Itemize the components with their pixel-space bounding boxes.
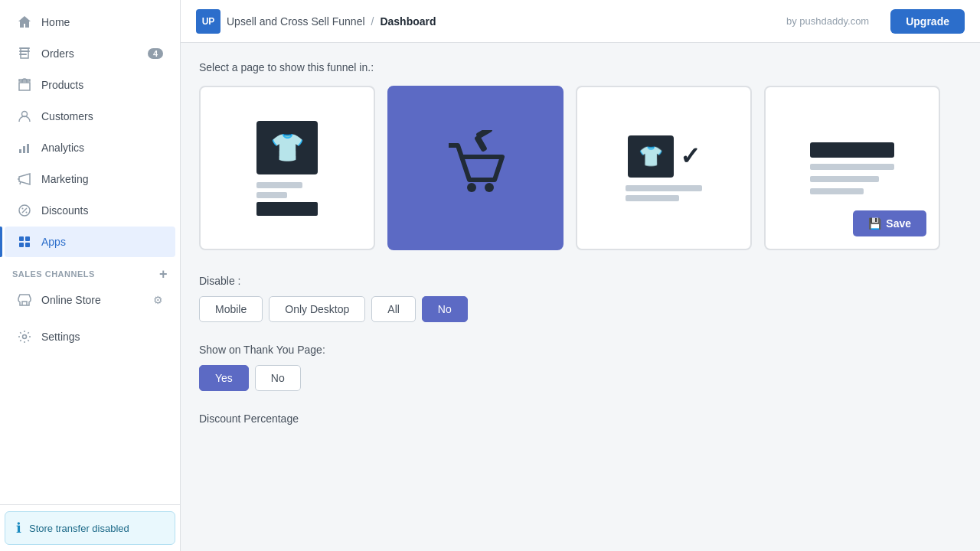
sidebar-item-settings[interactable]: Settings [5,321,175,352]
checkout-checkmark: ✓ [680,142,701,171]
svg-rect-6 [27,144,29,153]
tshirt-icon: 👕 [270,132,305,164]
sidebar-item-orders[interactable]: Orders 4 [5,38,175,69]
checkout-line2 [626,195,679,201]
card-inner-cart [389,87,562,249]
page-selector-section: Select a page to show this funnel in.: 👕 [199,61,962,250]
checkout-icon-row: 👕 ✓ [628,135,701,178]
thankyou-show-label: Show on Thank You Page: [199,344,962,356]
svg-point-9 [26,212,28,214]
thankyou-btn-group: Yes No [199,365,962,391]
ty-line1 [810,164,894,170]
orders-badge: 4 [148,48,163,59]
page-card-cart[interactable] [387,86,564,250]
sidebar-nav: Home Orders 4 Products [0,0,180,504]
add-sales-channel-icon[interactable]: + [159,267,168,281]
store-transfer-text: Store transfer disabled [29,523,129,534]
app-logo: UP [196,9,220,34]
info-icon: ℹ [16,520,21,536]
sidebar-item-apps[interactable]: Apps [5,227,175,257]
svg-point-15 [467,183,476,192]
thankyou-no-btn[interactable]: No [255,365,301,391]
save-button[interactable]: 💾 Save [853,210,926,236]
sidebar-item-online-store[interactable]: Online Store ⚙ [5,285,175,315]
by-text: by pushdaddy.com [786,15,869,27]
checkout-tshirt-icon: 👕 [639,145,663,168]
home-icon [17,15,32,30]
disable-btn-group: Mobile Only Desktop All No [199,296,962,322]
page-card-product[interactable]: 👕 [199,86,375,250]
disable-desktop-btn[interactable]: Only Desktop [269,296,365,322]
save-label: Save [886,217,911,230]
sidebar-item-customers[interactable]: Customers [5,101,175,132]
analytics-icon [17,140,32,155]
sidebar-item-online-store-label: Online Store [41,294,101,306]
breadcrumb: UP Upsell and Cross Sell Funnel / Dashbo… [196,9,436,34]
upgrade-button[interactable]: Upgrade [890,9,965,34]
sidebar-item-home[interactable]: Home [5,7,175,37]
sidebar-item-apps-label: Apps [41,236,66,248]
sidebar: Home Orders 4 Products [0,0,181,551]
app-header: UP Upsell and Cross Sell Funnel / Dashbo… [181,0,980,43]
header-right: by pushdaddy.com Upgrade [786,9,965,34]
sidebar-item-home-label: Home [41,16,70,28]
product-lines [256,182,318,216]
disable-section: Disable : Mobile Only Desktop All No [199,275,962,322]
card-inner-product: 👕 [201,87,374,249]
page-card-checkout[interactable]: 👕 ✓ [576,86,752,250]
sales-channels-section: SALES CHANNELS + [0,258,180,284]
sidebar-item-orders-label: Orders [41,47,74,60]
cart-icon [437,130,514,207]
main-content: UP Upsell and Cross Sell Funnel / Dashbo… [181,0,980,551]
sidebar-item-settings-label: Settings [41,331,80,343]
line2 [256,192,287,198]
checkout-line1 [626,185,702,191]
disable-label: Disable : [199,275,962,287]
sales-channels-label: SALES CHANNELS [12,269,95,279]
breadcrumb-separator: / [371,15,374,28]
thankyou-show-section: Show on Thank You Page: Yes No [199,344,962,391]
page-cards: 👕 [199,86,962,250]
svg-rect-4 [19,149,21,153]
sidebar-item-analytics-label: Analytics [41,142,84,154]
sidebar-item-discounts-label: Discounts [41,204,88,217]
orders-icon [17,46,32,61]
ty-block1 [810,142,894,158]
breadcrumb-current: Dashboard [380,15,436,28]
product-page-icon: 👕 [256,121,318,174]
apps-icon [17,234,32,249]
svg-point-14 [23,335,27,339]
content-area: Select a page to show this funnel in.: 👕 [181,43,980,551]
disable-mobile-btn[interactable]: Mobile [199,296,263,322]
page-selector-title: Select a page to show this funnel in.: [199,61,962,73]
sidebar-item-customers-label: Customers [41,110,93,122]
disable-all-btn[interactable]: All [371,296,416,322]
svg-rect-5 [23,146,25,153]
card-inner-checkout: 👕 ✓ [577,87,750,249]
sidebar-item-marketing-label: Marketing [41,173,88,185]
app-name: Upsell and Cross Sell Funnel [227,15,365,28]
product-btn [256,202,318,216]
thankyou-icon [810,142,894,194]
discount-section: Discount Percentage [199,412,962,425]
products-icon [17,77,32,93]
store-settings-icon[interactable]: ⚙ [153,294,163,306]
sidebar-item-marketing[interactable]: Marketing [5,164,175,194]
svg-rect-12 [19,243,24,247]
svg-rect-13 [25,243,30,247]
sidebar-item-analytics[interactable]: Analytics [5,132,175,163]
page-card-thankyou[interactable]: 💾 Save [764,86,940,250]
line1 [256,182,302,188]
sidebar-item-products[interactable]: Products [5,70,175,100]
marketing-icon [17,171,32,187]
sidebar-item-discounts[interactable]: Discounts [5,195,175,226]
svg-rect-10 [19,236,24,241]
checkout-lines [626,185,702,201]
thankyou-yes-btn[interactable]: Yes [199,365,249,391]
disable-no-btn[interactable]: No [422,296,468,322]
save-icon: 💾 [868,217,881,230]
settings-icon [17,329,32,344]
svg-point-8 [22,208,24,210]
sidebar-bottom: ℹ Store transfer disabled [0,504,180,551]
ty-line2 [810,176,879,182]
